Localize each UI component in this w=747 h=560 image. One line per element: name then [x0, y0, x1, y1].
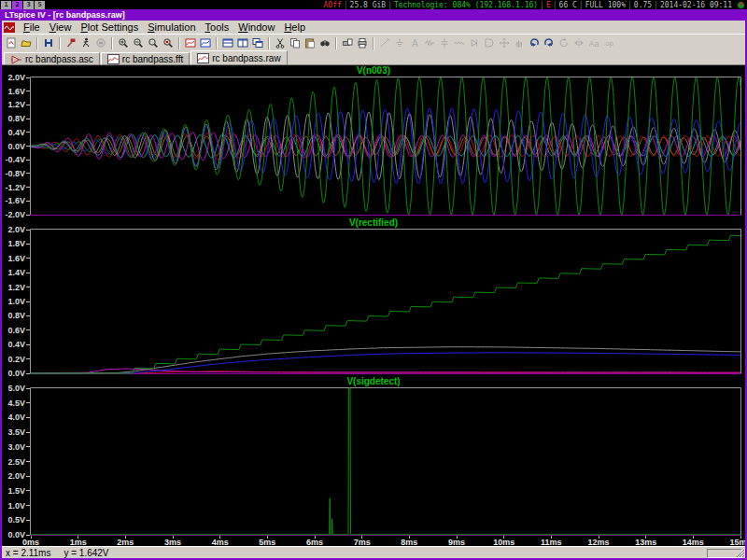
save-icon [43, 37, 54, 49]
workspace-tag-3[interactable]: 3 [23, 1, 34, 9]
x-tick-label: 14ms [681, 538, 705, 546]
zoom-area-button[interactable] [161, 36, 176, 50]
component-button [482, 36, 497, 50]
menu-tools[interactable]: Tools [201, 21, 234, 34]
tab-rc-bandpass-asc[interactable]: rc bandpass.asc [4, 52, 100, 64]
tile-vertical-button[interactable] [235, 36, 250, 50]
toolbar-separator [111, 37, 113, 49]
pane-3-y-axis: 5.0V4.5V4.0V3.5V3.0V2.5V2.0V1.5V1.0V0.5V… [2, 387, 30, 536]
status-separator: | [553, 1, 557, 9]
control-panel-icon [65, 37, 77, 49]
zoom-in-icon [118, 37, 129, 49]
zoom-in-button[interactable] [116, 36, 131, 50]
run-button[interactable] [78, 36, 93, 50]
x-tick-label: 9ms [444, 538, 469, 546]
pane-1-canvas[interactable] [30, 77, 741, 216]
x-tick-label: 2ms [113, 538, 137, 546]
autorange-button[interactable] [183, 36, 198, 50]
workspace-tag-2[interactable]: 2 [12, 1, 22, 9]
redo-button[interactable] [542, 36, 557, 50]
y-tick-label: 3.5V [7, 427, 25, 437]
menu-plot-settings[interactable]: Plot Settings [76, 21, 143, 34]
zoom-full-icon [148, 37, 159, 49]
autorange-icon [185, 37, 196, 49]
status-separator: | [654, 1, 658, 9]
status-segment: FULL 100% [585, 1, 626, 9]
print-preview-icon [342, 37, 353, 49]
menu-help[interactable]: Help [279, 21, 310, 34]
wire-icon [379, 37, 390, 49]
x-tick-label: 7ms [350, 538, 374, 546]
zoom-out-button[interactable] [131, 36, 146, 50]
trace-green-staircase [31, 235, 740, 373]
open-button[interactable] [19, 36, 34, 50]
y-tick-label: 0.8V [7, 114, 25, 123]
cut-button[interactable] [273, 36, 288, 50]
resize-grip-icon[interactable] [736, 549, 745, 558]
copy-icon [289, 37, 301, 49]
y-tick-label: 2.0V [7, 73, 25, 82]
x-tick-label: 3ms [161, 538, 185, 546]
pane-3-title[interactable]: V(sigdetect) [2, 376, 745, 387]
zoom-out-icon [133, 37, 144, 49]
cascade-button[interactable] [250, 36, 265, 50]
y-tick-label: 1.0V [7, 297, 25, 306]
control-panel-button[interactable] [63, 36, 78, 50]
undo-icon [529, 37, 540, 49]
x-tick-label: 0ms [19, 538, 43, 546]
print-preview-button[interactable] [340, 36, 355, 50]
waveform-plot-area[interactable]: V(n003)2.0V1.6V1.2V0.8V0.4V0.0V-0.4V-0.8… [2, 65, 745, 546]
menubar: FileViewPlot SettingsSimulationToolsWind… [2, 21, 745, 34]
statusbar: x = 2.11ms y = 1.642V [2, 546, 745, 558]
status-separator: | [627, 1, 632, 9]
zoom-full-button[interactable] [146, 36, 161, 50]
menu-file[interactable]: File [19, 21, 45, 34]
undo-button[interactable] [527, 36, 542, 50]
ltspice-app-icon [4, 22, 15, 33]
window-titlebar[interactable]: LTspice IV - [rc bandpass.raw] [2, 9, 745, 21]
plot-settings-icon [200, 37, 211, 49]
desktop-status-bar: 1235 AOff|25.8 GiB|Technologie: 084% (19… [0, 0, 747, 9]
tab-rc-bandpass-raw[interactable]: rc bandpass.raw [190, 50, 287, 64]
toolbar-separator [36, 37, 38, 49]
status-segment: 25.8 GiB [350, 1, 387, 9]
tile-horizontal-icon [222, 37, 233, 49]
x-tick-label: 8ms [397, 538, 421, 546]
menu-window[interactable]: Window [233, 21, 279, 34]
tab-rc-bandpass-fft[interactable]: rc bandpass.fft [101, 52, 190, 64]
y-tick-label: 0.8V [7, 311, 25, 320]
paste-button[interactable] [303, 36, 317, 50]
tile-horizontal-button[interactable] [220, 36, 235, 50]
text-button: Aa [586, 36, 601, 50]
resistor-icon [424, 37, 435, 49]
pane-2-title[interactable]: V(rectified) [2, 217, 745, 229]
pane-3-canvas[interactable] [30, 387, 741, 536]
print-button[interactable] [355, 36, 370, 50]
y-tick-label: 0.4V [7, 128, 25, 137]
label-net-button: A [407, 36, 422, 50]
diode-button [467, 36, 482, 50]
save-button[interactable] [41, 36, 56, 50]
plot-settings-button[interactable] [198, 36, 213, 50]
copy-button[interactable] [288, 36, 303, 50]
pane-1-title[interactable]: V(n003) [2, 65, 745, 77]
x-tick-label: 15ms [728, 538, 745, 546]
y-tick-label: 3.0V [7, 442, 25, 452]
toolbar-separator [59, 37, 61, 49]
toolbar-separator [373, 37, 374, 49]
diode-icon [469, 37, 480, 49]
workspace-tag-5[interactable]: 5 [35, 1, 45, 9]
paste-icon [304, 37, 316, 49]
status-separator: | [579, 1, 584, 9]
y-tick-label: 0.4V [7, 340, 25, 349]
y-tick-label: 1.5V [7, 486, 25, 496]
new-schematic-icon [6, 37, 17, 49]
new-schematic-button[interactable] [4, 36, 19, 50]
find-button[interactable] [317, 36, 332, 50]
tile-vertical-icon [237, 37, 248, 49]
y-tick-label: 1.2V [7, 100, 25, 109]
workspace-tag-1[interactable]: 1 [1, 1, 11, 9]
menu-view[interactable]: View [45, 21, 77, 34]
pane-2-canvas[interactable] [30, 229, 741, 374]
menu-simulation[interactable]: Simulation [143, 21, 200, 34]
